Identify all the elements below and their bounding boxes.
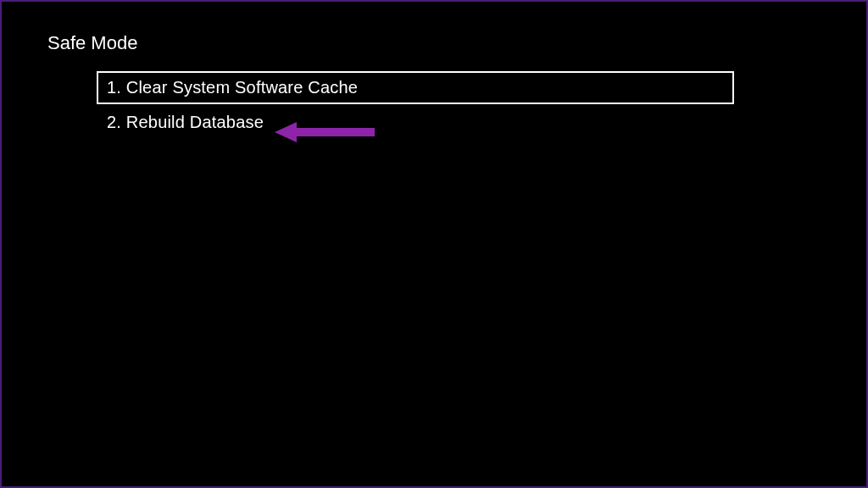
safe-mode-menu: 1. Clear System Software Cache 2. Rebuil… xyxy=(97,71,734,141)
menu-item-rebuild-database[interactable]: 2. Rebuild Database xyxy=(97,108,734,137)
menu-item-clear-cache[interactable]: 1. Clear System Software Cache xyxy=(97,71,734,104)
page-title: Safe Mode xyxy=(47,32,137,54)
menu-item-label: 2. Rebuild Database xyxy=(107,113,264,131)
menu-item-label: 1. Clear System Software Cache xyxy=(107,78,358,97)
